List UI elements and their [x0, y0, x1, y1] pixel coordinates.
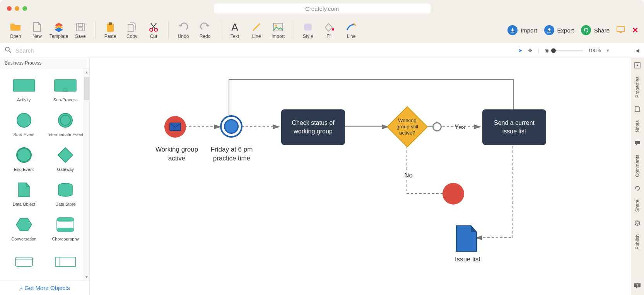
- maximize-window-icon[interactable]: [22, 6, 27, 11]
- svg-rect-18: [13, 80, 35, 91]
- shape-activity[interactable]: Activity: [3, 72, 45, 106]
- style-button[interactable]: Style: [298, 19, 318, 41]
- shape-label: Start Event: [14, 132, 34, 137]
- share-icon[interactable]: [634, 182, 641, 194]
- open-button[interactable]: Open: [5, 19, 26, 41]
- line-style-button[interactable]: Line: [341, 19, 361, 41]
- import-image-button[interactable]: Import: [268, 19, 288, 41]
- pointer-icon[interactable]: ➤: [518, 48, 523, 53]
- shape-conversation[interactable]: Conversation: [3, 211, 45, 246]
- node-check-status[interactable]: Check status of working group: [281, 109, 345, 145]
- comments-icon[interactable]: [634, 138, 641, 149]
- properties-icon[interactable]: [634, 60, 641, 71]
- minimize-window-icon[interactable]: [15, 6, 19, 11]
- import-button[interactable]: Import: [507, 25, 537, 35]
- tab-publish[interactable]: Publish: [633, 229, 642, 255]
- zoom-out-icon[interactable]: ◉: [545, 48, 549, 53]
- fill-button[interactable]: Fill: [319, 19, 340, 41]
- scroll-up-icon[interactable]: ▲: [84, 69, 89, 75]
- shape-extra-1[interactable]: [3, 246, 45, 280]
- node-timer-event[interactable]: [220, 115, 243, 138]
- node-start-event[interactable]: [164, 116, 186, 138]
- export-label: Export: [557, 27, 574, 34]
- toolbar-right: Import Export Share ✕: [507, 25, 639, 35]
- shape-intermediate-event[interactable]: Intermediate Event: [45, 106, 87, 141]
- node-end-event[interactable]: [442, 183, 464, 205]
- shape-category[interactable]: Business Process: [0, 58, 89, 68]
- diagram-canvas[interactable]: Working group active Friday at 6 pm prac…: [90, 58, 631, 295]
- redo-button[interactable]: Redo: [195, 19, 215, 41]
- collapse-panel-icon[interactable]: ◀: [635, 48, 639, 53]
- scrollbar-thumb[interactable]: [84, 77, 89, 100]
- search-bar: ➤ ✥ | ◉ 100% ▾ ◀: [0, 43, 644, 58]
- titlebar: Creately.com: [0, 0, 644, 17]
- svg-text:A: A: [231, 22, 238, 32]
- tab-notes[interactable]: Notes: [633, 115, 642, 138]
- node-gateway[interactable]: Working group still active?: [386, 106, 429, 148]
- close-icon[interactable]: ✕: [632, 26, 639, 35]
- redo-label: Redo: [200, 34, 211, 39]
- shape-choreography[interactable]: Choreography: [45, 211, 87, 246]
- svg-rect-9: [273, 23, 283, 31]
- import-img-label: Import: [272, 34, 285, 39]
- shape-gateway[interactable]: Gateway: [45, 141, 87, 176]
- share-button[interactable]: Share: [581, 25, 610, 35]
- export-button[interactable]: Export: [544, 25, 574, 35]
- text-button[interactable]: A Text: [225, 19, 245, 41]
- zoom-slider[interactable]: [552, 50, 583, 51]
- separator: [293, 21, 293, 39]
- notes-icon[interactable]: [634, 103, 641, 115]
- shape-start-event[interactable]: Start Event: [3, 106, 45, 141]
- svg-rect-15: [617, 26, 625, 32]
- svg-rect-2: [78, 28, 83, 31]
- gateway-label: Working group still active?: [386, 106, 429, 148]
- shape-subprocess[interactable]: Sub-Process: [45, 72, 87, 106]
- shape-extra-2[interactable]: [45, 246, 87, 280]
- shape-label: Activity: [17, 97, 31, 102]
- window-controls: [0, 6, 27, 11]
- copy-label: Copy: [126, 34, 137, 39]
- node-intermediate-circle[interactable]: [432, 122, 442, 131]
- tab-share[interactable]: Share: [633, 194, 642, 217]
- svg-line-8: [253, 24, 260, 31]
- cut-button[interactable]: Cut: [143, 19, 164, 41]
- shape-label: Data Store: [55, 202, 76, 206]
- svg-rect-31: [55, 257, 75, 266]
- url-bar: Creately.com: [214, 3, 430, 14]
- node-data-object[interactable]: [456, 225, 477, 254]
- get-more-objects-button[interactable]: + Get More Objects: [0, 280, 89, 295]
- separator: [220, 21, 220, 39]
- close-window-icon[interactable]: [7, 6, 12, 11]
- tab-properties[interactable]: Properties: [633, 71, 642, 103]
- pan-icon[interactable]: ✥: [528, 48, 532, 53]
- template-button[interactable]: Template: [49, 19, 69, 41]
- cut-label: Cut: [150, 34, 157, 39]
- edge-yes-label: Yes: [450, 123, 470, 132]
- tab-comments[interactable]: Comments: [633, 149, 642, 182]
- help-icon[interactable]: ?: [634, 280, 641, 292]
- copy-button[interactable]: Copy: [122, 19, 142, 41]
- publish-icon[interactable]: [634, 217, 641, 229]
- shapes-sidebar: Business Process ▲ ▼ Activity Sub-Proces…: [0, 58, 90, 295]
- shape-data-object[interactable]: Data Object: [3, 176, 45, 211]
- svg-rect-29: [15, 257, 32, 266]
- share-label: Share: [594, 27, 610, 34]
- scroll-down-icon[interactable]: ▼: [84, 274, 89, 280]
- present-icon[interactable]: [617, 26, 625, 34]
- svg-rect-27: [57, 218, 74, 222]
- save-button[interactable]: Save: [70, 19, 91, 41]
- edge-no-label: No: [401, 171, 416, 180]
- zoom-dropdown-icon[interactable]: ▾: [606, 48, 609, 53]
- shape-data-store[interactable]: Data Store: [45, 176, 87, 211]
- shape-label: Gateway: [57, 167, 74, 172]
- paste-button[interactable]: Paste: [100, 19, 120, 41]
- line-tool-button[interactable]: Line: [246, 19, 266, 41]
- node-send-list[interactable]: Send a current issue list: [482, 109, 546, 145]
- search-input[interactable]: [15, 47, 94, 54]
- main-toolbar: Open New Template Save Paste Copy Cut Un…: [0, 17, 644, 43]
- svg-rect-4: [109, 22, 112, 25]
- new-button[interactable]: New: [27, 19, 47, 41]
- undo-button[interactable]: Undo: [173, 19, 193, 41]
- style-label: Style: [303, 34, 313, 39]
- shape-end-event[interactable]: End Event: [3, 141, 45, 176]
